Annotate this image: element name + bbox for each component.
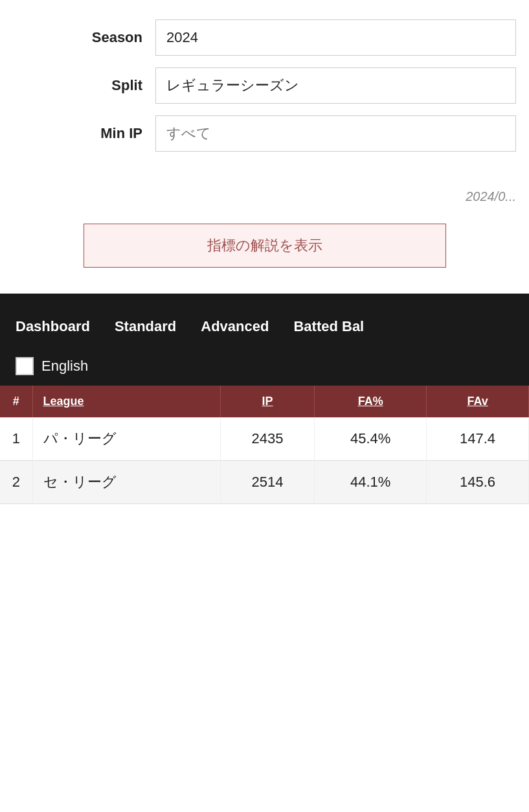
cell-fa-pct-2: 44.1% xyxy=(315,461,427,504)
table-section: # League IP FA% FAv 1 パ・リーグ 243 xyxy=(0,386,529,504)
cell-ip-1: 2435 xyxy=(220,417,314,461)
season-input[interactable] xyxy=(155,19,516,56)
tabs-section: Dashboard Standard Advanced Batted Bal E… xyxy=(0,294,529,386)
minip-label: Min IP xyxy=(13,125,155,142)
minip-row: Min IP xyxy=(13,115,516,152)
tabs-row: Dashboard Standard Advanced Batted Bal xyxy=(13,307,516,347)
cell-ip-2: 2514 xyxy=(220,461,314,504)
split-input[interactable] xyxy=(155,67,516,104)
cell-rank-2: 2 xyxy=(0,461,32,504)
date-display: 2024/0... xyxy=(0,176,529,211)
cell-fa-av-1: 147.4 xyxy=(427,417,529,461)
col-league[interactable]: League xyxy=(32,386,220,417)
english-checkbox-row: English xyxy=(13,347,516,386)
season-row: Season xyxy=(13,19,516,56)
split-label: Split xyxy=(13,77,155,94)
table-header-row: # League IP FA% FAv xyxy=(0,386,529,417)
col-fa-av[interactable]: FAv xyxy=(427,386,529,417)
split-row: Split xyxy=(13,67,516,104)
data-table: # League IP FA% FAv 1 パ・リーグ 243 xyxy=(0,386,529,504)
form-section: Season Split Min IP xyxy=(0,0,529,176)
tab-batted-ball[interactable]: Batted Bal xyxy=(291,313,366,340)
cell-league-2: セ・リーグ xyxy=(32,461,220,504)
english-label: English xyxy=(41,358,88,375)
table-row: 1 パ・リーグ 2435 45.4% 147.4 xyxy=(0,417,529,461)
tab-dashboard[interactable]: Dashboard xyxy=(13,313,93,340)
english-checkbox[interactable] xyxy=(16,357,34,375)
cell-fa-pct-1: 45.4% xyxy=(315,417,427,461)
col-rank[interactable]: # xyxy=(0,386,32,417)
table-row: 2 セ・リーグ 2514 44.1% 145.6 xyxy=(0,461,529,504)
col-fa-pct[interactable]: FA% xyxy=(315,386,427,417)
cell-fa-av-2: 145.6 xyxy=(427,461,529,504)
season-label: Season xyxy=(13,29,155,46)
tab-advanced[interactable]: Advanced xyxy=(198,313,271,340)
button-section: 指標の解説を表示 xyxy=(0,211,529,294)
cell-league-1: パ・リーグ xyxy=(32,417,220,461)
col-ip[interactable]: IP xyxy=(220,386,314,417)
minip-input[interactable] xyxy=(155,115,516,152)
tab-standard[interactable]: Standard xyxy=(112,313,179,340)
cell-rank-1: 1 xyxy=(0,417,32,461)
explain-button[interactable]: 指標の解説を表示 xyxy=(84,224,446,268)
